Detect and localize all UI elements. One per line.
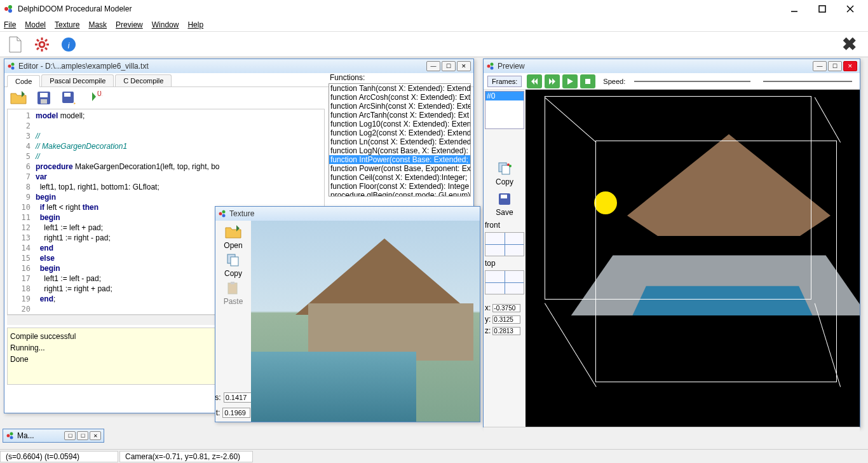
- open-folder-icon[interactable]: [10, 90, 27, 106]
- texture-title: Texture: [229, 209, 477, 218]
- functions-list[interactable]: function Tanh(const X: Extended): Extend…: [329, 83, 471, 197]
- preview-sidebar: #0 Copy Save front top x: y: z:: [484, 90, 526, 427]
- texture-image[interactable]: [251, 221, 480, 422]
- menu-help[interactable]: Help: [187, 20, 203, 29]
- paste-icon: [224, 280, 242, 296]
- preview-titlebar[interactable]: Preview — ☐ ✕: [484, 59, 860, 73]
- svg-rect-31: [231, 257, 238, 266]
- menu-bar: File Model Texture Mask Preview Window H…: [0, 18, 868, 32]
- svg-point-34: [487, 65, 491, 68]
- svg-point-36: [491, 67, 494, 70]
- frames-label: Frames:: [487, 76, 522, 87]
- min-max-button[interactable]: ☐: [77, 431, 88, 440]
- svg-rect-37: [585, 79, 590, 84]
- front-view-mini[interactable]: [485, 232, 524, 256]
- status-camera: Camera(x=-0.71, y=0.81, z=-2.60): [119, 451, 253, 462]
- speed-slider-2[interactable]: [763, 81, 852, 82]
- minimized-window[interactable]: Ma... ☐ ☐ ✕: [3, 429, 104, 443]
- x-input[interactable]: [492, 304, 520, 312]
- editor-titlebar[interactable]: Editor - D:\...amples\example6_villa.txt…: [4, 59, 473, 73]
- svg-rect-33: [231, 282, 234, 284]
- menu-texture[interactable]: Texture: [55, 20, 79, 29]
- copy-icon: [224, 252, 242, 268]
- svg-point-29: [222, 214, 226, 218]
- min-close-button[interactable]: ✕: [90, 431, 101, 440]
- tab-pascal-decompile[interactable]: Pascal Decompile: [41, 74, 114, 86]
- svg-point-50: [10, 436, 13, 439]
- menu-window[interactable]: Window: [152, 20, 179, 29]
- svg-line-44: [545, 97, 596, 142]
- preview-window: Preview — ☐ ✕ Frames: Speed: #0: [483, 59, 860, 427]
- texture-t-row: t:: [214, 408, 254, 418]
- menu-mask[interactable]: Mask: [88, 20, 107, 29]
- minimized-icon: [6, 431, 15, 440]
- speed-slider[interactable]: [634, 81, 750, 82]
- texture-titlebar[interactable]: Texture: [215, 207, 480, 221]
- svg-line-13: [45, 48, 47, 50]
- editor-min-button[interactable]: —: [426, 61, 440, 71]
- save-as-icon[interactable]: [60, 90, 78, 106]
- close-button[interactable]: [836, 0, 864, 18]
- save-icon: [496, 191, 513, 207]
- svg-point-1: [8, 5, 12, 9]
- speed-label: Speed:: [603, 78, 625, 85]
- menu-preview[interactable]: Preview: [116, 20, 143, 29]
- tab-code[interactable]: Code: [7, 75, 40, 87]
- top-label: top: [485, 259, 524, 268]
- editor-title: Editor - D:\...amples\example6_villa.txt: [18, 62, 426, 71]
- texture-t-input[interactable]: [222, 408, 250, 418]
- svg-line-46: [545, 303, 596, 387]
- window-titlebar: DelphiDOOM Procedural Modeler: [0, 0, 868, 18]
- svg-line-45: [815, 97, 840, 142]
- z-input[interactable]: [492, 327, 520, 335]
- preview-save-button[interactable]: Save: [485, 190, 524, 218]
- mdi-area: Editor - D:\...amples\example6_villa.txt…: [0, 57, 868, 445]
- play-button[interactable]: [562, 74, 578, 88]
- svg-line-47: [815, 303, 840, 387]
- svg-line-12: [37, 39, 39, 41]
- menu-model[interactable]: Model: [25, 20, 46, 29]
- editor-close-button[interactable]: ✕: [457, 61, 471, 71]
- rewind-button[interactable]: [527, 74, 542, 88]
- preview-icon: [486, 62, 495, 71]
- menu-file[interactable]: File: [4, 20, 16, 29]
- svg-line-14: [45, 39, 47, 41]
- preview-title: Preview: [498, 62, 813, 71]
- maximize-button[interactable]: [808, 0, 836, 18]
- settings-icon[interactable]: [33, 36, 51, 53]
- preview-toolbar: Frames: Speed:: [484, 73, 860, 90]
- preview-min-button[interactable]: —: [813, 61, 827, 71]
- min-restore-button[interactable]: ☐: [64, 431, 76, 440]
- svg-rect-25: [64, 93, 71, 97]
- top-view-mini[interactable]: [485, 270, 524, 294]
- run-icon[interactable]: 01: [86, 90, 104, 106]
- tab-c-decompile[interactable]: C Decompile: [115, 74, 172, 86]
- texture-open-button[interactable]: Open: [224, 225, 242, 250]
- svg-point-20: [11, 67, 15, 70]
- editor-icon: [7, 62, 16, 71]
- new-file-icon[interactable]: [6, 36, 24, 53]
- stop-button[interactable]: [580, 74, 595, 88]
- svg-rect-32: [228, 283, 237, 294]
- preview-max-button[interactable]: ☐: [828, 61, 842, 71]
- minimize-button[interactable]: [780, 0, 808, 18]
- svg-point-35: [491, 63, 494, 66]
- svg-line-15: [37, 48, 39, 50]
- frame-list[interactable]: #0: [485, 91, 524, 129]
- texture-copy-button[interactable]: Copy: [224, 252, 242, 278]
- save-icon[interactable]: [35, 90, 53, 106]
- preview-3d-view[interactable]: [526, 90, 860, 427]
- svg-point-49: [10, 432, 13, 436]
- preview-h-scrollbar[interactable]: [484, 427, 860, 437]
- close-child-icon[interactable]: ✖: [842, 34, 862, 55]
- preview-close-button[interactable]: ✕: [843, 61, 857, 71]
- svg-point-0: [4, 7, 8, 11]
- forward-button[interactable]: [545, 74, 560, 88]
- texture-paste-button[interactable]: Paste: [224, 280, 243, 306]
- editor-max-button[interactable]: ☐: [442, 61, 456, 71]
- y-input[interactable]: [492, 315, 520, 324]
- window-title: DelphiDOOM Procedural Modeler: [18, 4, 780, 13]
- info-icon[interactable]: i: [60, 36, 78, 53]
- preview-copy-button[interactable]: Copy: [485, 160, 524, 188]
- texture-s-input[interactable]: [224, 392, 252, 403]
